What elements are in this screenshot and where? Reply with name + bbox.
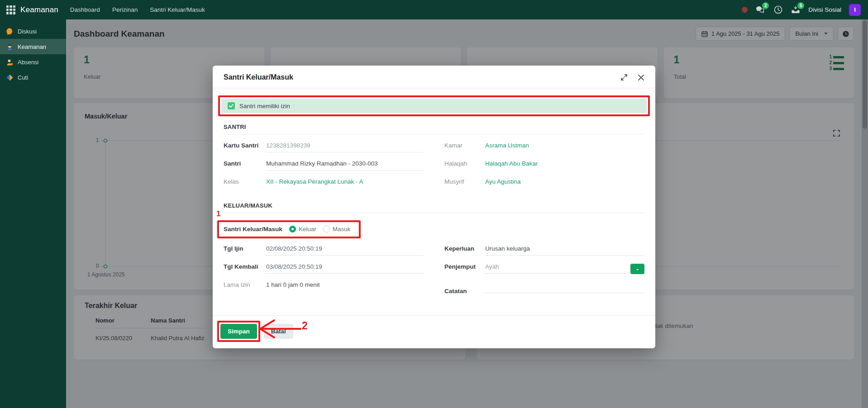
chat-icon[interactable]: 2 <box>755 5 765 15</box>
modal-expand-icon[interactable] <box>620 74 628 81</box>
field-label: Kartu Santri <box>224 142 265 149</box>
field-kamar: Kamar Asrama Ustman <box>444 142 644 154</box>
catatan-input[interactable] <box>484 281 644 293</box>
annotation-step-1: 1 <box>216 209 220 218</box>
keperluan-input[interactable]: Urusan keluarga <box>484 245 644 256</box>
kelas-link[interactable]: XII - Rekayasa Perangkat Lunak - A <box>265 178 424 188</box>
sidebar: Diskusi Keamanan Absensi Cuti <box>0 19 66 408</box>
apps-grid-icon[interactable] <box>6 5 15 14</box>
sidebar-item-keamanan[interactable]: Keamanan <box>0 39 66 54</box>
field-label: Tgl Kembali <box>224 263 265 270</box>
sidebar-item-diskusi[interactable]: Diskusi <box>0 24 66 39</box>
radio-option-masuk[interactable]: Masuk <box>323 226 351 232</box>
tgl-ijin-input[interactable]: 02/08/2025 20:50:19 <box>265 245 424 256</box>
check-icon <box>228 102 235 109</box>
inbox-badge: 5 <box>797 2 804 9</box>
sidebar-item-label: Diskusi <box>18 28 37 35</box>
santri-fields-right: Kamar Asrama Ustman Halaqah Halaqah Abu … <box>444 142 644 196</box>
field-musyrif: Musyrif Ayu Agustina <box>444 178 644 190</box>
top-navbar: Keamanan Dashboard Perizinan Santri Kelu… <box>0 0 868 19</box>
sidebar-item-label: Cuti <box>18 74 28 81</box>
field-label: Catatan <box>444 288 484 294</box>
radio-option-keluar[interactable]: Keluar <box>289 226 316 232</box>
sidebar-item-label: Absensi <box>18 59 38 66</box>
km-fields-left: Tgl Ijin 02/08/2025 20:50:19 Tgl Kembali… <box>224 245 424 300</box>
modal-title: Santri Keluar/Masuk <box>224 73 293 81</box>
modal-santri-keluar-masuk: Santri Keluar/Masuk Santri memiliki izin <box>213 66 655 348</box>
annotation-step-2: 2 <box>302 320 308 332</box>
field-label: Halaqah <box>444 160 484 167</box>
tgl-kembali-input[interactable]: 03/08/2025 20:50:19 <box>265 263 424 274</box>
kartu-santri-input[interactable]: 1238281398239 <box>265 142 424 152</box>
division-label: Divisi Sosial <box>808 6 841 13</box>
field-label: Tgl Ijin <box>224 245 265 252</box>
permission-alert-text: Santri memiliki izin <box>239 103 290 109</box>
field-label: Kelas <box>224 178 265 185</box>
leave-diamond-icon <box>6 74 14 81</box>
santri-input[interactable]: Muhammad Rizky Ramadhan - 2030-003 <box>265 160 424 171</box>
modal-header: Santri Keluar/Masuk <box>213 66 655 88</box>
nav-link-santri-keluar-masuk[interactable]: Santri Keluar/Masuk <box>150 6 205 13</box>
field-lama-izin: Lama Izin 1 hari 0 jam 0 menit <box>224 281 424 293</box>
radio-checked-icon <box>289 226 296 232</box>
inbox-tray-icon[interactable]: 5 <box>791 5 801 15</box>
radio-option-label: Keluar <box>299 226 316 232</box>
save-button[interactable]: Simpan <box>220 324 257 339</box>
field-label: Santri <box>224 160 265 167</box>
field-santri: Santri Muhammad Rizky Ramadhan - 2030-00… <box>224 160 424 172</box>
permission-alert: Santri memiliki izin <box>221 99 647 113</box>
field-tgl-ijin: Tgl Ijin 02/08/2025 20:50:19 <box>224 245 424 257</box>
lama-izin-value: 1 hari 0 jam 0 menit <box>265 281 424 291</box>
sidebar-item-label: Keamanan <box>18 43 46 50</box>
annotation-box-alert: Santri memiliki izin <box>218 95 650 116</box>
penjemput-input[interactable]: Ayah <box>484 263 626 274</box>
field-tgl-kembali: Tgl Kembali 03/08/2025 20:50:19 <box>224 263 424 275</box>
user-avatar[interactable]: I <box>849 4 861 16</box>
field-kartu-santri: Kartu Santri 1238281398239 <box>224 142 424 154</box>
field-label: Penjemput <box>444 263 484 270</box>
security-guard-icon <box>6 43 14 51</box>
field-penjemput: Penjemput Ayah - <box>444 263 644 275</box>
field-label: Musyrif <box>444 178 484 185</box>
field-label: Santri Keluar/Masuk <box>224 226 282 232</box>
remove-penjemput-button[interactable]: - <box>630 264 644 274</box>
km-fields-right: Keperluan Urusan keluarga Penjemput Ayah… <box>444 245 644 300</box>
recording-status-dot <box>742 7 748 13</box>
radio-unchecked-icon <box>323 226 330 232</box>
attendance-person-icon <box>6 58 14 66</box>
brand-title: Keamanan <box>20 5 58 14</box>
field-catatan: Catatan <box>444 281 644 294</box>
modal-close-icon[interactable] <box>638 74 644 81</box>
modal-body: Santri memiliki izin SANTRI Kartu Santri… <box>213 88 655 315</box>
annotation-box-radio: Santri Keluar/Masuk Keluar Masuk <box>217 220 361 238</box>
field-halaqah: Halaqah Halaqah Abu Bakar <box>444 160 644 172</box>
field-label: Lama Izin <box>224 281 265 288</box>
santri-fields-left: Kartu Santri 1238281398239 Santri Muhamm… <box>224 142 424 196</box>
musyrif-link[interactable]: Ayu Agustina <box>484 178 644 188</box>
section-title-santri: SANTRI <box>224 123 644 134</box>
halaqah-link[interactable]: Halaqah Abu Bakar <box>484 160 644 170</box>
chat-bubble-icon <box>6 28 14 35</box>
keluar-masuk-radio-group: Santri Keluar/Masuk Keluar Masuk <box>224 226 351 232</box>
sidebar-item-cuti[interactable]: Cuti <box>0 70 66 85</box>
field-kelas: Kelas XII - Rekayasa Perangkat Lunak - A <box>224 178 424 190</box>
modal-footer: Simpan Batal 2 <box>213 315 655 348</box>
annotation-box-save: Simpan <box>217 321 260 342</box>
kamar-link[interactable]: Asrama Ustman <box>484 142 644 152</box>
app-root: Keamanan Dashboard Perizinan Santri Kelu… <box>0 0 868 408</box>
sidebar-item-absensi[interactable]: Absensi <box>0 54 66 70</box>
radio-option-label: Masuk <box>333 226 351 232</box>
nav-link-dashboard[interactable]: Dashboard <box>70 6 100 13</box>
nav-link-perizinan[interactable]: Perizinan <box>112 6 138 13</box>
field-label: Kamar <box>444 142 484 149</box>
history-clock-icon[interactable] <box>773 5 783 15</box>
annotation-arrow <box>258 319 308 339</box>
field-keperluan: Keperluan Urusan keluarga <box>444 245 644 257</box>
section-title-keluar-masuk: KELUAR/MASUK <box>224 202 644 213</box>
field-label: Keperluan <box>444 245 484 252</box>
chat-badge: 2 <box>762 2 769 9</box>
